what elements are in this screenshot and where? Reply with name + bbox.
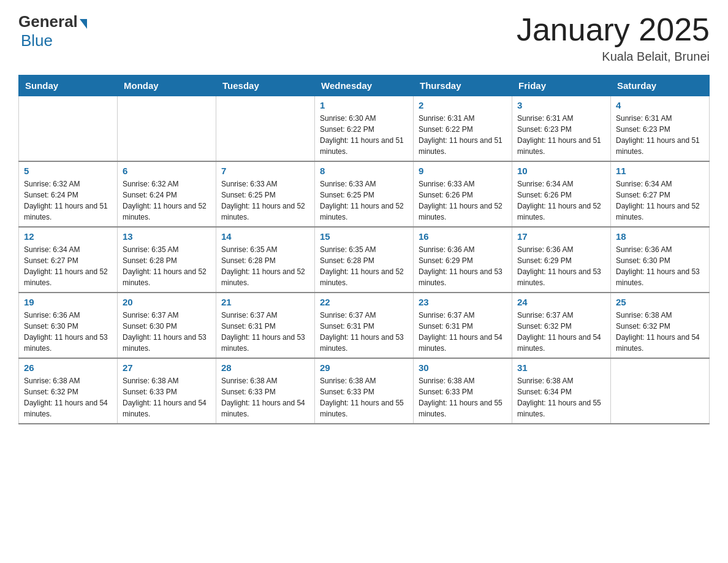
day-info: Sunrise: 6:38 AMSunset: 6:32 PMDaylight:… bbox=[616, 310, 704, 354]
calendar-cell: 20Sunrise: 6:37 AMSunset: 6:30 PMDayligh… bbox=[118, 293, 216, 358]
calendar-cell: 18Sunrise: 6:36 AMSunset: 6:30 PMDayligh… bbox=[611, 227, 710, 293]
calendar-cell: 28Sunrise: 6:38 AMSunset: 6:33 PMDayligh… bbox=[216, 358, 315, 424]
day-info: Sunrise: 6:38 AMSunset: 6:33 PMDaylight:… bbox=[419, 375, 507, 419]
calendar-cell: 25Sunrise: 6:38 AMSunset: 6:32 PMDayligh… bbox=[611, 293, 710, 358]
calendar-week-row: 5Sunrise: 6:32 AMSunset: 6:24 PMDaylight… bbox=[19, 161, 710, 227]
day-info: Sunrise: 6:34 AMSunset: 6:26 PMDaylight:… bbox=[517, 178, 605, 223]
day-of-week-header: Tuesday bbox=[216, 75, 315, 96]
day-info: Sunrise: 6:36 AMSunset: 6:30 PMDaylight:… bbox=[616, 244, 704, 288]
day-number: 21 bbox=[221, 297, 309, 307]
calendar-cell bbox=[19, 96, 118, 162]
day-number: 23 bbox=[419, 297, 507, 307]
logo: General Blue bbox=[18, 12, 89, 50]
calendar-cell bbox=[216, 96, 315, 162]
calendar-cell: 29Sunrise: 6:38 AMSunset: 6:33 PMDayligh… bbox=[315, 358, 414, 424]
day-number: 25 bbox=[616, 297, 704, 307]
calendar-cell: 16Sunrise: 6:36 AMSunset: 6:29 PMDayligh… bbox=[414, 227, 512, 293]
day-number: 9 bbox=[419, 166, 507, 176]
calendar-cell bbox=[118, 96, 216, 162]
day-info: Sunrise: 6:32 AMSunset: 6:24 PMDaylight:… bbox=[123, 178, 211, 223]
day-of-week-header: Saturday bbox=[611, 75, 710, 96]
calendar-cell: 15Sunrise: 6:35 AMSunset: 6:28 PMDayligh… bbox=[315, 227, 414, 293]
day-info: Sunrise: 6:35 AMSunset: 6:28 PMDaylight:… bbox=[320, 244, 408, 288]
calendar-cell: 13Sunrise: 6:35 AMSunset: 6:28 PMDayligh… bbox=[118, 227, 216, 293]
day-info: Sunrise: 6:33 AMSunset: 6:26 PMDaylight:… bbox=[419, 178, 507, 223]
day-of-week-header: Friday bbox=[512, 75, 611, 96]
calendar-week-row: 19Sunrise: 6:36 AMSunset: 6:30 PMDayligh… bbox=[19, 293, 710, 358]
day-number: 3 bbox=[517, 100, 605, 110]
day-number: 11 bbox=[616, 166, 704, 176]
calendar-cell bbox=[611, 358, 710, 424]
day-info: Sunrise: 6:37 AMSunset: 6:31 PMDaylight:… bbox=[419, 310, 507, 354]
calendar-week-row: 1Sunrise: 6:30 AMSunset: 6:22 PMDaylight… bbox=[19, 96, 710, 162]
calendar-week-row: 26Sunrise: 6:38 AMSunset: 6:32 PMDayligh… bbox=[19, 358, 710, 424]
day-number: 28 bbox=[221, 362, 309, 373]
day-number: 17 bbox=[517, 231, 605, 242]
day-info: Sunrise: 6:37 AMSunset: 6:31 PMDaylight:… bbox=[320, 310, 408, 354]
calendar-body: 1Sunrise: 6:30 AMSunset: 6:22 PMDaylight… bbox=[19, 96, 710, 424]
day-info: Sunrise: 6:32 AMSunset: 6:24 PMDaylight:… bbox=[24, 178, 112, 223]
logo-general-text: General bbox=[18, 12, 78, 31]
calendar-cell: 21Sunrise: 6:37 AMSunset: 6:31 PMDayligh… bbox=[216, 293, 315, 358]
day-info: Sunrise: 6:31 AMSunset: 6:23 PMDaylight:… bbox=[517, 113, 605, 157]
calendar-cell: 30Sunrise: 6:38 AMSunset: 6:33 PMDayligh… bbox=[414, 358, 512, 424]
day-info: Sunrise: 6:34 AMSunset: 6:27 PMDaylight:… bbox=[24, 244, 112, 288]
calendar-cell: 6Sunrise: 6:32 AMSunset: 6:24 PMDaylight… bbox=[118, 161, 216, 227]
day-info: Sunrise: 6:38 AMSunset: 6:34 PMDaylight:… bbox=[517, 375, 605, 419]
page-title: January 2025 bbox=[517, 12, 710, 47]
day-number: 19 bbox=[24, 297, 112, 307]
page-header: General Blue January 2025 Kuala Belait, … bbox=[18, 12, 710, 64]
calendar-cell: 14Sunrise: 6:35 AMSunset: 6:28 PMDayligh… bbox=[216, 227, 315, 293]
day-number: 6 bbox=[123, 166, 211, 176]
calendar-cell: 17Sunrise: 6:36 AMSunset: 6:29 PMDayligh… bbox=[512, 227, 611, 293]
day-number: 14 bbox=[221, 231, 309, 242]
day-number: 4 bbox=[616, 100, 704, 110]
day-number: 8 bbox=[320, 166, 408, 176]
calendar-table: SundayMondayTuesdayWednesdayThursdayFrid… bbox=[18, 75, 710, 424]
day-number: 10 bbox=[517, 166, 605, 176]
calendar-cell: 27Sunrise: 6:38 AMSunset: 6:33 PMDayligh… bbox=[118, 358, 216, 424]
day-number: 26 bbox=[24, 362, 112, 373]
day-of-week-header: Wednesday bbox=[315, 75, 414, 96]
day-info: Sunrise: 6:35 AMSunset: 6:28 PMDaylight:… bbox=[221, 244, 309, 288]
calendar-cell: 1Sunrise: 6:30 AMSunset: 6:22 PMDaylight… bbox=[315, 96, 414, 162]
day-info: Sunrise: 6:31 AMSunset: 6:23 PMDaylight:… bbox=[616, 113, 704, 157]
calendar-week-row: 12Sunrise: 6:34 AMSunset: 6:27 PMDayligh… bbox=[19, 227, 710, 293]
title-block: January 2025 Kuala Belait, Brunei bbox=[517, 12, 710, 64]
day-number: 29 bbox=[320, 362, 408, 373]
day-info: Sunrise: 6:38 AMSunset: 6:33 PMDaylight:… bbox=[123, 375, 211, 419]
calendar-cell: 2Sunrise: 6:31 AMSunset: 6:22 PMDaylight… bbox=[414, 96, 512, 162]
day-info: Sunrise: 6:36 AMSunset: 6:30 PMDaylight:… bbox=[24, 310, 112, 354]
calendar-cell: 22Sunrise: 6:37 AMSunset: 6:31 PMDayligh… bbox=[315, 293, 414, 358]
day-number: 12 bbox=[24, 231, 112, 242]
calendar-cell: 26Sunrise: 6:38 AMSunset: 6:32 PMDayligh… bbox=[19, 358, 118, 424]
day-number: 30 bbox=[419, 362, 507, 373]
day-info: Sunrise: 6:35 AMSunset: 6:28 PMDaylight:… bbox=[123, 244, 211, 288]
calendar-cell: 4Sunrise: 6:31 AMSunset: 6:23 PMDaylight… bbox=[611, 96, 710, 162]
day-number: 27 bbox=[123, 362, 211, 373]
calendar-cell: 7Sunrise: 6:33 AMSunset: 6:25 PMDaylight… bbox=[216, 161, 315, 227]
calendar-cell: 3Sunrise: 6:31 AMSunset: 6:23 PMDaylight… bbox=[512, 96, 611, 162]
day-info: Sunrise: 6:36 AMSunset: 6:29 PMDaylight:… bbox=[517, 244, 605, 288]
calendar-cell: 11Sunrise: 6:34 AMSunset: 6:27 PMDayligh… bbox=[611, 161, 710, 227]
day-of-week-header: Sunday bbox=[19, 75, 118, 96]
calendar-cell: 23Sunrise: 6:37 AMSunset: 6:31 PMDayligh… bbox=[414, 293, 512, 358]
day-of-week-header: Monday bbox=[118, 75, 216, 96]
calendar-cell: 31Sunrise: 6:38 AMSunset: 6:34 PMDayligh… bbox=[512, 358, 611, 424]
day-info: Sunrise: 6:33 AMSunset: 6:25 PMDaylight:… bbox=[221, 178, 309, 223]
day-info: Sunrise: 6:31 AMSunset: 6:22 PMDaylight:… bbox=[419, 113, 507, 157]
day-info: Sunrise: 6:38 AMSunset: 6:33 PMDaylight:… bbox=[320, 375, 408, 419]
day-number: 31 bbox=[517, 362, 605, 373]
day-info: Sunrise: 6:30 AMSunset: 6:22 PMDaylight:… bbox=[320, 113, 408, 157]
day-number: 16 bbox=[419, 231, 507, 242]
day-info: Sunrise: 6:33 AMSunset: 6:25 PMDaylight:… bbox=[320, 178, 408, 223]
calendar-cell: 10Sunrise: 6:34 AMSunset: 6:26 PMDayligh… bbox=[512, 161, 611, 227]
day-number: 20 bbox=[123, 297, 211, 307]
day-number: 7 bbox=[221, 166, 309, 176]
day-number: 18 bbox=[616, 231, 704, 242]
day-number: 15 bbox=[320, 231, 408, 242]
day-info: Sunrise: 6:37 AMSunset: 6:30 PMDaylight:… bbox=[123, 310, 211, 354]
logo-blue-text: Blue bbox=[21, 31, 53, 50]
logo-arrow-icon bbox=[80, 19, 87, 29]
day-number: 5 bbox=[24, 166, 112, 176]
